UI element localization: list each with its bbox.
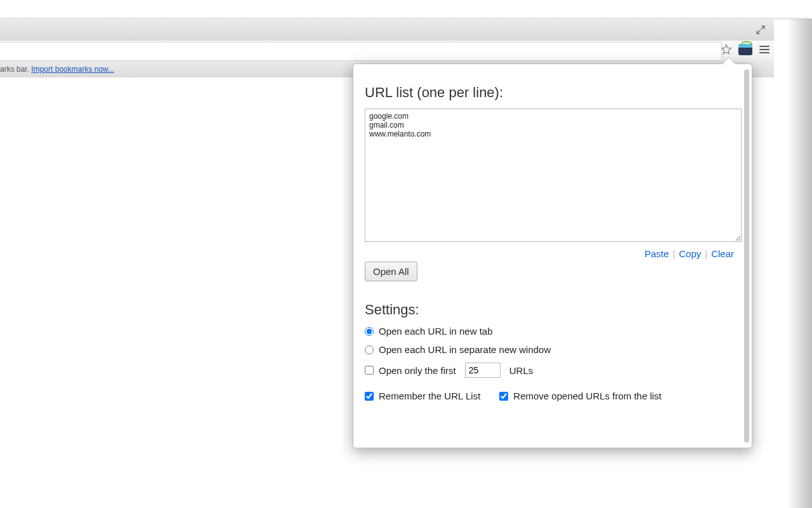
- bookmarks-bar-text: arks bar.: [0, 65, 31, 74]
- expand-icon[interactable]: [755, 24, 766, 36]
- hamburger-menu-icon[interactable]: [757, 43, 771, 57]
- option-open-new-tab-label: Open each URL in new tab: [379, 326, 493, 337]
- open-first-n-input[interactable]: [465, 363, 501, 378]
- import-bookmarks-link[interactable]: Import bookmarks now...: [31, 65, 114, 74]
- option-open-new-window[interactable]: Open each URL in separate new window: [365, 344, 738, 355]
- address-bar: [0, 41, 774, 62]
- option-open-new-tab[interactable]: Open each URL in new tab: [365, 326, 738, 337]
- url-list-heading: URL list (one per line):: [365, 84, 738, 101]
- open-first-n-post: URLs: [509, 365, 534, 376]
- option-remember-list[interactable]: Remember the URL List: [365, 391, 480, 401]
- option-open-new-window-label: Open each URL in separate new window: [379, 344, 551, 355]
- open-first-n-pre: Open only the first: [379, 365, 456, 376]
- url-action-links: Paste|Copy|Clear: [365, 248, 734, 259]
- extension-popup: URL list (one per line): Paste|Copy|Clea…: [353, 64, 752, 448]
- checkbox-remove-opened[interactable]: [499, 392, 508, 401]
- option-remember-list-label: Remember the URL List: [379, 391, 480, 401]
- copy-link[interactable]: Copy: [679, 248, 701, 259]
- paste-link[interactable]: Paste: [645, 248, 669, 259]
- option-open-first-n[interactable]: Open only the first URLs: [365, 363, 738, 378]
- url-list-textarea[interactable]: [365, 109, 742, 242]
- option-remove-opened-label: Remove opened URLs from the list: [513, 391, 661, 401]
- radio-new-window[interactable]: [365, 345, 374, 354]
- option-remove-opened[interactable]: Remove opened URLs from the list: [499, 391, 661, 401]
- bookmark-star-icon[interactable]: [719, 43, 733, 57]
- checkbox-open-first-n[interactable]: [365, 366, 374, 375]
- clear-link[interactable]: Clear: [711, 248, 734, 259]
- omnibox[interactable]: [0, 42, 722, 61]
- checkbox-remember-list[interactable]: [365, 392, 374, 401]
- extension-icon[interactable]: [738, 43, 752, 57]
- open-all-button[interactable]: Open All: [365, 262, 417, 281]
- window-titlebar: [0, 19, 774, 41]
- radio-new-tab[interactable]: [365, 327, 374, 336]
- settings-heading: Settings:: [365, 302, 738, 318]
